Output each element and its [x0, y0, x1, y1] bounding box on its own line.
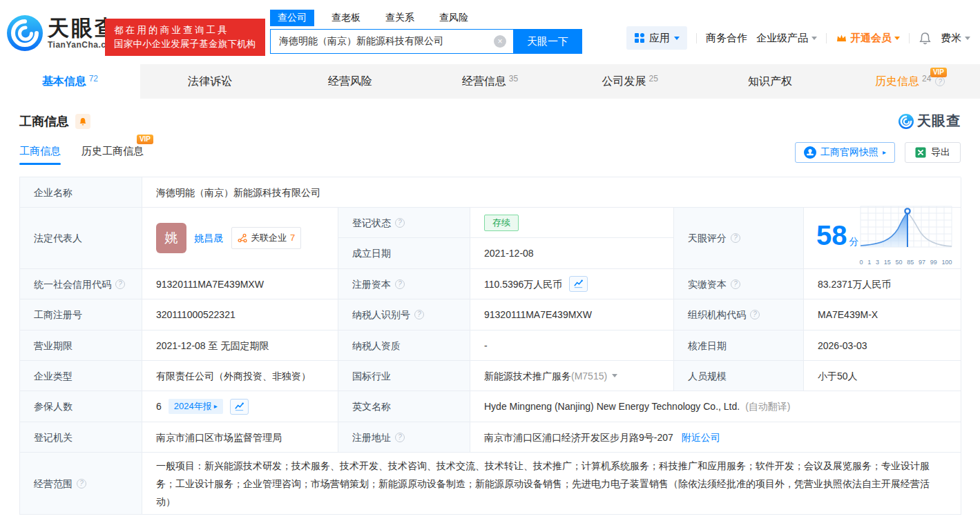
- nav-divider: [826, 33, 827, 43]
- label-legal-representative: 法定代表人: [20, 208, 142, 269]
- nearby-companies-link[interactable]: 附近公司: [682, 429, 720, 446]
- search-tab-boss[interactable]: 查老板: [324, 10, 368, 26]
- enterprise-products-label: 企业级产品: [756, 32, 808, 45]
- value-tianyan-score[interactable]: 58分: [804, 208, 961, 269]
- username: 费米: [941, 32, 961, 45]
- help-icon[interactable]: [395, 279, 405, 289]
- search-area: 查公司 查老板 查关系 查风险 天眼一下: [270, 9, 582, 54]
- search-tab-relation[interactable]: 查关系: [378, 10, 422, 26]
- banner-line1: 都在用的商业查询工具: [114, 23, 256, 37]
- legal-rep-avatar[interactable]: 姚: [156, 223, 186, 253]
- chevron-down-icon: [674, 37, 680, 40]
- value-registration-number: 320111000522321: [142, 299, 338, 330]
- trend-chart-icon: [234, 402, 244, 412]
- help-icon[interactable]: [395, 433, 405, 442]
- chevron-down-icon[interactable]: [612, 374, 617, 377]
- help-icon[interactable]: [731, 279, 740, 289]
- value-establish-date: 2021-12-08: [470, 238, 674, 269]
- industry-code: (M7515): [571, 368, 607, 384]
- search-tab-company[interactable]: 查公司: [270, 10, 314, 26]
- chevron-down-icon: [894, 37, 900, 40]
- value-approval-date: 2026-03-03: [804, 330, 961, 361]
- score-curve: [859, 206, 953, 248]
- excel-icon: [915, 147, 926, 158]
- value-registered-capital: 110.5396万人民币: [470, 269, 674, 299]
- label-company-name: 企业名称: [20, 177, 142, 208]
- label-staff-size: 人员规模: [674, 361, 804, 391]
- status-badge: 存续: [484, 215, 519, 231]
- value-credit-code: 91320111MA7E439MXW: [142, 269, 338, 299]
- official-snapshot-button[interactable]: 工商官网快照 ▸: [795, 142, 895, 163]
- value-registered-address: 南京市浦口区浦口经济开发区步月路9号-207 附近公司: [470, 422, 961, 453]
- export-button[interactable]: 导出: [905, 142, 961, 163]
- value-business-term: 2021-12-08 至 无固定期限: [142, 330, 338, 361]
- legal-rep-name-link[interactable]: 姚昌晟: [194, 230, 223, 246]
- tab-count: 35: [509, 74, 518, 83]
- tab-company-development[interactable]: 公司发展25: [560, 64, 700, 99]
- notifications-button[interactable]: [919, 32, 932, 45]
- value-insured-count: 6 2024年报 ▸: [142, 391, 338, 422]
- company-tabbar: 基本信息72 法律诉讼 经营风险 经营信息35 公司发展25 知识产权 VIP …: [0, 64, 980, 99]
- search-input[interactable]: [270, 29, 513, 54]
- label-taxpayer-quality: 纳税人资质: [338, 330, 470, 361]
- related-companies-badge[interactable]: 关联企业 7: [231, 227, 301, 249]
- label-registered-capital: 注册资本: [338, 269, 470, 299]
- insured-trend-button[interactable]: [230, 399, 249, 415]
- monitor-bell-button[interactable]: [75, 114, 90, 129]
- label-business-scope: 经营范围: [20, 453, 142, 515]
- bell-icon: [79, 117, 87, 126]
- value-company-type: 有限责任公司（外商投资、非独资）: [142, 361, 338, 391]
- open-vip-label: 开通会员: [850, 32, 892, 45]
- grid-icon: [634, 32, 645, 43]
- tab-history-info[interactable]: VIP 历史信息24: [840, 64, 980, 99]
- value-industry[interactable]: 新能源技术推广服务 (M7515): [470, 361, 674, 391]
- chevron-down-icon: [965, 37, 970, 40]
- tab-basic-info[interactable]: 基本信息72: [0, 64, 140, 99]
- vip-badge: VIP: [930, 68, 947, 77]
- business-cooperation-link[interactable]: 商务合作: [706, 32, 747, 45]
- capital-trend-button[interactable]: [569, 276, 588, 292]
- help-icon[interactable]: [750, 310, 760, 319]
- user-menu[interactable]: 费米: [941, 32, 970, 45]
- score-marker: [905, 208, 910, 213]
- tianyancha-logo[interactable]: 天眼查 TianYanCha.com: [7, 15, 119, 51]
- tab-legal-proceedings[interactable]: 法律诉讼: [140, 64, 280, 99]
- nav-divider: [909, 33, 910, 43]
- tab-business-info[interactable]: 经营信息35: [420, 64, 560, 99]
- help-icon[interactable]: [731, 233, 740, 243]
- arrow-right-icon: ▸: [214, 401, 218, 412]
- label-business-term: 营业期限: [20, 330, 142, 361]
- label-english-name: 英文名称: [338, 391, 470, 422]
- help-icon[interactable]: [395, 218, 405, 228]
- value-company-name: 海德明能（南京）新能源科技有限公司: [142, 177, 961, 208]
- score-distribution-chart: 0131550859799100: [859, 206, 953, 270]
- tianyancha-logo-icon: [899, 114, 914, 129]
- tab-operating-risk[interactable]: 经营风险: [280, 64, 420, 99]
- tab-intellectual-property[interactable]: 知识产权: [700, 64, 840, 99]
- search-button[interactable]: 天眼一下: [513, 29, 582, 54]
- related-count: 7: [290, 230, 295, 246]
- enterprise-products-menu[interactable]: 企业级产品: [756, 32, 817, 45]
- label-approval-date: 核准日期: [674, 330, 804, 361]
- help-icon[interactable]: [115, 279, 125, 289]
- bell-icon: [919, 32, 932, 45]
- apps-menu[interactable]: 应用: [626, 26, 687, 50]
- search-tab-risk[interactable]: 查风险: [432, 10, 476, 26]
- stamp-icon: [804, 146, 816, 159]
- subtab-history-registration[interactable]: VIP 历史工商信息: [81, 145, 144, 165]
- help-icon[interactable]: [414, 310, 424, 319]
- help-icon[interactable]: [77, 479, 86, 489]
- label-registration-status: 登记状态: [338, 208, 470, 238]
- label-registered-address: 注册地址: [338, 422, 470, 453]
- open-vip-menu[interactable]: 开通会员: [836, 32, 900, 45]
- site-header: 天眼查 TianYanCha.com 都在用的商业查询工具 国家中小企业发展子基…: [0, 0, 980, 64]
- subtab-current-registration[interactable]: 工商信息: [19, 145, 61, 165]
- annual-report-badge[interactable]: 2024年报 ▸: [169, 399, 223, 414]
- help-icon[interactable]: [935, 77, 945, 86]
- value-english-name: Hyde Mingneng (Nanjing) New Energy Techn…: [470, 391, 961, 422]
- label-tianyan-score: 天眼评分: [674, 208, 804, 269]
- clear-search-icon[interactable]: [494, 35, 506, 48]
- label-industry: 国标行业: [338, 361, 470, 391]
- label-insured-count: 参保人数: [20, 391, 142, 422]
- registration-info-table: 企业名称 海德明能（南京）新能源科技有限公司 法定代表人 姚 姚昌晟 关联企业 …: [19, 177, 961, 515]
